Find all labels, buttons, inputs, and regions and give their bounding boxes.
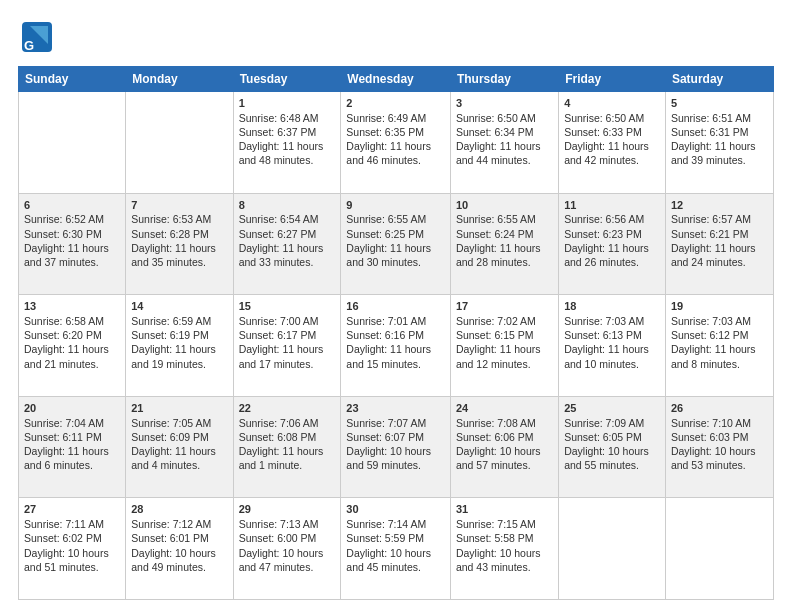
calendar-cell: 13Sunrise: 6:58 AMSunset: 6:20 PMDayligh… — [19, 295, 126, 397]
calendar-table: SundayMondayTuesdayWednesdayThursdayFrid… — [18, 66, 774, 600]
col-header-saturday: Saturday — [665, 67, 773, 92]
week-row-2: 6Sunrise: 6:52 AMSunset: 6:30 PMDaylight… — [19, 193, 774, 295]
day-number: 16 — [346, 299, 445, 314]
day-number: 3 — [456, 96, 553, 111]
col-header-sunday: Sunday — [19, 67, 126, 92]
day-number: 5 — [671, 96, 768, 111]
col-header-wednesday: Wednesday — [341, 67, 451, 92]
day-number: 31 — [456, 502, 553, 517]
calendar-cell — [665, 498, 773, 600]
header: G — [18, 18, 774, 56]
calendar-cell: 19Sunrise: 7:03 AMSunset: 6:12 PMDayligh… — [665, 295, 773, 397]
header-row: SundayMondayTuesdayWednesdayThursdayFrid… — [19, 67, 774, 92]
calendar-cell: 14Sunrise: 6:59 AMSunset: 6:19 PMDayligh… — [126, 295, 233, 397]
day-number: 30 — [346, 502, 445, 517]
day-number: 18 — [564, 299, 660, 314]
calendar-cell: 7Sunrise: 6:53 AMSunset: 6:28 PMDaylight… — [126, 193, 233, 295]
day-number: 29 — [239, 502, 336, 517]
calendar-cell: 12Sunrise: 6:57 AMSunset: 6:21 PMDayligh… — [665, 193, 773, 295]
day-number: 4 — [564, 96, 660, 111]
day-number: 21 — [131, 401, 227, 416]
day-number: 8 — [239, 198, 336, 213]
logo: G — [18, 18, 58, 56]
calendar-cell: 15Sunrise: 7:00 AMSunset: 6:17 PMDayligh… — [233, 295, 341, 397]
day-number: 6 — [24, 198, 120, 213]
calendar-cell: 5Sunrise: 6:51 AMSunset: 6:31 PMDaylight… — [665, 92, 773, 194]
day-number: 25 — [564, 401, 660, 416]
day-number: 9 — [346, 198, 445, 213]
calendar-cell: 24Sunrise: 7:08 AMSunset: 6:06 PMDayligh… — [450, 396, 558, 498]
day-number: 23 — [346, 401, 445, 416]
day-number: 2 — [346, 96, 445, 111]
day-number: 15 — [239, 299, 336, 314]
day-number: 19 — [671, 299, 768, 314]
day-number: 17 — [456, 299, 553, 314]
svg-text:G: G — [24, 38, 34, 53]
calendar-cell: 29Sunrise: 7:13 AMSunset: 6:00 PMDayligh… — [233, 498, 341, 600]
calendar-cell: 2Sunrise: 6:49 AMSunset: 6:35 PMDaylight… — [341, 92, 451, 194]
calendar-cell: 27Sunrise: 7:11 AMSunset: 6:02 PMDayligh… — [19, 498, 126, 600]
calendar-cell: 10Sunrise: 6:55 AMSunset: 6:24 PMDayligh… — [450, 193, 558, 295]
day-number: 12 — [671, 198, 768, 213]
calendar-cell: 18Sunrise: 7:03 AMSunset: 6:13 PMDayligh… — [559, 295, 666, 397]
calendar-cell: 23Sunrise: 7:07 AMSunset: 6:07 PMDayligh… — [341, 396, 451, 498]
col-header-monday: Monday — [126, 67, 233, 92]
col-header-thursday: Thursday — [450, 67, 558, 92]
week-row-4: 20Sunrise: 7:04 AMSunset: 6:11 PMDayligh… — [19, 396, 774, 498]
calendar-cell: 9Sunrise: 6:55 AMSunset: 6:25 PMDaylight… — [341, 193, 451, 295]
calendar-cell: 21Sunrise: 7:05 AMSunset: 6:09 PMDayligh… — [126, 396, 233, 498]
day-number: 10 — [456, 198, 553, 213]
calendar-cell: 26Sunrise: 7:10 AMSunset: 6:03 PMDayligh… — [665, 396, 773, 498]
calendar-cell: 28Sunrise: 7:12 AMSunset: 6:01 PMDayligh… — [126, 498, 233, 600]
page: G SundayMondayTuesdayWednesdayThursdayFr… — [0, 0, 792, 612]
calendar-cell: 31Sunrise: 7:15 AMSunset: 5:58 PMDayligh… — [450, 498, 558, 600]
col-header-tuesday: Tuesday — [233, 67, 341, 92]
day-number: 13 — [24, 299, 120, 314]
week-row-1: 1Sunrise: 6:48 AMSunset: 6:37 PMDaylight… — [19, 92, 774, 194]
day-number: 20 — [24, 401, 120, 416]
calendar-cell: 25Sunrise: 7:09 AMSunset: 6:05 PMDayligh… — [559, 396, 666, 498]
day-number: 1 — [239, 96, 336, 111]
week-row-5: 27Sunrise: 7:11 AMSunset: 6:02 PMDayligh… — [19, 498, 774, 600]
calendar-cell: 8Sunrise: 6:54 AMSunset: 6:27 PMDaylight… — [233, 193, 341, 295]
calendar-cell — [559, 498, 666, 600]
calendar-cell: 20Sunrise: 7:04 AMSunset: 6:11 PMDayligh… — [19, 396, 126, 498]
calendar-cell — [126, 92, 233, 194]
week-row-3: 13Sunrise: 6:58 AMSunset: 6:20 PMDayligh… — [19, 295, 774, 397]
logo-icon: G — [18, 18, 56, 56]
calendar-cell: 4Sunrise: 6:50 AMSunset: 6:33 PMDaylight… — [559, 92, 666, 194]
calendar-cell: 30Sunrise: 7:14 AMSunset: 5:59 PMDayligh… — [341, 498, 451, 600]
day-number: 24 — [456, 401, 553, 416]
day-number: 11 — [564, 198, 660, 213]
calendar-cell: 11Sunrise: 6:56 AMSunset: 6:23 PMDayligh… — [559, 193, 666, 295]
day-number: 26 — [671, 401, 768, 416]
calendar-cell — [19, 92, 126, 194]
day-number: 7 — [131, 198, 227, 213]
calendar-cell: 6Sunrise: 6:52 AMSunset: 6:30 PMDaylight… — [19, 193, 126, 295]
calendar-cell: 1Sunrise: 6:48 AMSunset: 6:37 PMDaylight… — [233, 92, 341, 194]
day-number: 22 — [239, 401, 336, 416]
day-number: 28 — [131, 502, 227, 517]
day-number: 27 — [24, 502, 120, 517]
col-header-friday: Friday — [559, 67, 666, 92]
day-number: 14 — [131, 299, 227, 314]
calendar-cell: 16Sunrise: 7:01 AMSunset: 6:16 PMDayligh… — [341, 295, 451, 397]
calendar-cell: 22Sunrise: 7:06 AMSunset: 6:08 PMDayligh… — [233, 396, 341, 498]
calendar-cell: 17Sunrise: 7:02 AMSunset: 6:15 PMDayligh… — [450, 295, 558, 397]
calendar-cell: 3Sunrise: 6:50 AMSunset: 6:34 PMDaylight… — [450, 92, 558, 194]
